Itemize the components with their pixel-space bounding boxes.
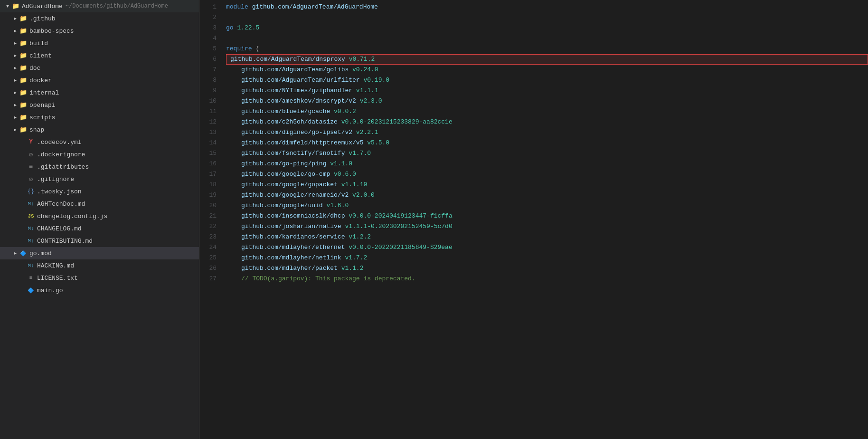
version: v1.1.1-0.20230202152459-5c7d0 — [345, 221, 452, 232]
module-path: github.com/go-ping/ping — [241, 159, 326, 169]
sidebar-item-aghtechdoc[interactable]: ▶ M↓ AGHTechDoc.md — [0, 198, 199, 210]
line-num-2: 2 — [199, 12, 217, 23]
keyword: require — [226, 44, 252, 54]
code-line-10: github.com/ameshkov/dnscrypt/v2 v2.3.0 — [226, 96, 868, 106]
folder-icon: 📁 — [11, 2, 20, 10]
module-path: github.com/c2h5oh/datasize — [241, 117, 338, 127]
item-label: doc — [29, 65, 40, 72]
module-path: github.com/digineo/go-ipset/v2 — [241, 127, 352, 138]
code-area[interactable]: module github.com/AdguardTeam/AdGuardHom… — [222, 2, 868, 439]
gitattributes-icon: ≡ — [27, 162, 35, 171]
module-path: github.com/AdguardTeam/AdGuardHome — [252, 2, 378, 12]
module-path: github.com/kardianos/service — [241, 232, 345, 242]
version: v0.71.2 — [349, 54, 375, 65]
dockerignore-icon: ⊘ — [27, 150, 35, 159]
item-label: snap — [29, 126, 44, 134]
keyword: go — [226, 23, 234, 33]
js-icon: JS — [27, 212, 35, 220]
sidebar-item-changelog[interactable]: ▶ M↓ CHANGELOG.md — [0, 222, 199, 235]
sidebar-item-gitattributes[interactable]: ▶ ≡ .gitattributes — [0, 161, 199, 173]
module-path: github.com/insomniacslk/dhcp — [241, 211, 345, 221]
module-path: github.com/mdlayher/packet — [241, 263, 338, 274]
sidebar-item-client[interactable]: ▶ 📁 client — [0, 49, 199, 62]
collapse-icon: ▶ — [11, 27, 19, 35]
line-num-25: 25 — [199, 253, 217, 263]
version: v1.1.1 — [356, 86, 378, 96]
version: v1.1.0 — [330, 159, 352, 169]
item-label: changelog.config.js — [37, 213, 107, 220]
folder-icon: 📁 — [19, 39, 28, 48]
version: v0.19.0 — [363, 75, 389, 86]
sidebar-item-codecov[interactable]: ▶ Y .codecov.yml — [0, 136, 199, 148]
collapse-icon: ▶ — [11, 101, 19, 109]
codecov-icon: Y — [27, 138, 35, 146]
sidebar-item-twosky[interactable]: ▶ {} .twosky.json — [0, 185, 199, 198]
sidebar-item-gomod[interactable]: ▶ 🔷 go.mod — [0, 247, 199, 259]
sidebar-item-internal[interactable]: ▶ 📁 internal — [0, 86, 199, 99]
collapse-icon: ▶ — [11, 39, 19, 47]
code-line-24: github.com/mdlayher/ethernet v0.0.0-2022… — [226, 242, 868, 253]
line-num-24: 24 — [199, 242, 217, 253]
item-label: HACKING.md — [37, 262, 74, 269]
code-line-16: github.com/go-ping/ping v1.1.0 — [226, 159, 868, 169]
item-label: .gitignore — [37, 176, 74, 183]
module-path: github.com/mdlayher/ethernet — [241, 242, 345, 253]
item-label: internal — [29, 89, 59, 96]
item-label: .gitattributes — [37, 163, 89, 171]
version: v1.7.0 — [349, 148, 371, 159]
line-num-19: 19 — [199, 190, 217, 200]
root-folder[interactable]: ▼ 📁 AdGuardHome ~/Documents/github/AdGua… — [0, 0, 199, 12]
sidebar-item-dockerignore[interactable]: ▶ ⊘ .dockerignore — [0, 148, 199, 161]
sidebar-item-maingo[interactable]: ▶ 🔷 main.go — [0, 284, 199, 296]
line-num-15: 15 — [199, 148, 217, 159]
sidebar-item-hacking[interactable]: ▶ M↓ HACKING.md — [0, 259, 199, 272]
editor-content: 1 2 3 4 5 6 7 8 9 10 11 12 13 14 15 16 1… — [199, 0, 868, 439]
collapse-icon: ▶ — [11, 52, 19, 59]
module-path: github.com/google/uuid — [241, 200, 323, 211]
item-label: client — [29, 52, 52, 59]
sidebar-item-snap[interactable]: ▶ 📁 snap — [0, 124, 199, 136]
root-label: AdGuardHome — [22, 3, 63, 10]
sidebar-item-doc[interactable]: ▶ 📁 doc — [0, 62, 199, 74]
module-path: github.com/google/go-cmp — [241, 169, 330, 180]
line-num-14: 14 — [199, 138, 217, 148]
version: v1.7.2 — [345, 253, 367, 263]
module-path: github.com/ameshkov/dnscrypt/v2 — [241, 96, 356, 106]
code-line-4 — [226, 33, 868, 44]
item-label: LICENSE.txt — [37, 275, 78, 282]
version: v0.0.0-20240419123447-f1cffa — [349, 211, 452, 221]
line-num-3: 3 — [199, 23, 217, 33]
sidebar-item-github[interactable]: ▶ 📁 .github — [0, 12, 199, 25]
md-icon: M↓ — [27, 224, 35, 233]
line-num-21: 21 — [199, 211, 217, 221]
version: v5.5.0 — [367, 138, 389, 148]
punc: ( — [255, 44, 259, 54]
code-line-7: github.com/AdguardTeam/golibs v0.24.0 — [226, 65, 868, 75]
sidebar-item-build[interactable]: ▶ 📁 build — [0, 37, 199, 49]
md-icon: M↓ — [27, 237, 35, 245]
sidebar-item-scripts[interactable]: ▶ 📁 scripts — [0, 111, 199, 124]
sidebar-item-bamboo[interactable]: ▶ 📁 bamboo-specs — [0, 25, 199, 37]
sidebar-item-changelog-config[interactable]: ▶ JS changelog.config.js — [0, 210, 199, 222]
version: v2.3.0 — [360, 96, 382, 106]
version: v0.0.0-20231215233829-aa82cc1e — [341, 117, 453, 127]
sidebar-item-license[interactable]: ▶ ≡ LICENSE.txt — [0, 272, 199, 284]
folder-icon: 📁 — [19, 14, 28, 23]
code-line-27: // TODO(a.garipov): This package is depr… — [226, 274, 868, 284]
code-line-8: github.com/AdguardTeam/urlfilter v0.19.0 — [226, 75, 868, 86]
version: v1.1.19 — [341, 180, 368, 190]
item-label: .dockerignore — [37, 151, 85, 158]
folder-icon: 📁 — [19, 125, 28, 134]
item-label: bamboo-specs — [29, 28, 74, 35]
version: v0.6.0 — [334, 169, 356, 180]
sidebar-item-contributing[interactable]: ▶ M↓ CONTRIBUTING.md — [0, 235, 199, 247]
line-num-23: 23 — [199, 232, 217, 242]
sidebar-item-gitignore[interactable]: ▶ ⊘ .gitignore — [0, 173, 199, 185]
sidebar-item-openapi[interactable]: ▶ 📁 openapi — [0, 99, 199, 111]
gitignore-icon: ⊘ — [27, 175, 35, 183]
folder-icon: 📁 — [19, 76, 28, 85]
sidebar-item-docker[interactable]: ▶ 📁 docker — [0, 74, 199, 86]
version: v2.2.1 — [356, 127, 378, 138]
collapse-icon: ▶ — [11, 249, 19, 257]
editor-panel: 1 2 3 4 5 6 7 8 9 10 11 12 13 14 15 16 1… — [199, 0, 868, 439]
